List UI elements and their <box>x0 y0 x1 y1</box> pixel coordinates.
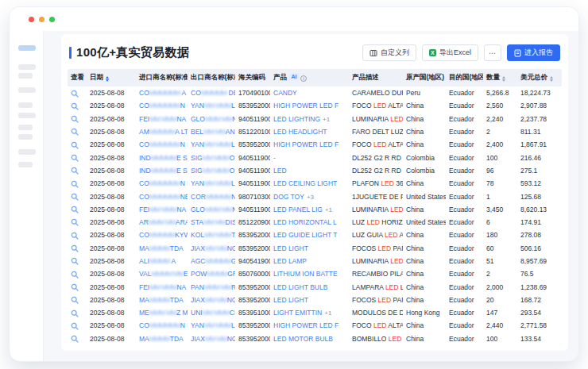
minimize-button[interactable] <box>39 17 44 22</box>
cell-exp[interactable]: YANMM MMML LI... <box>188 99 235 112</box>
exporter-link[interactable]: BELMM MMAND... <box>191 128 235 136</box>
cell-imp[interactable]: MEMMM MMZ M... <box>136 306 188 319</box>
product-more-badge[interactable]: +3 <box>307 194 314 201</box>
sort-icon[interactable] <box>502 76 505 82</box>
magnifier-icon[interactable] <box>71 167 79 175</box>
cell-exp[interactable]: BELMM MMAND... <box>188 125 235 138</box>
sidebar-item-placeholder[interactable] <box>18 87 36 93</box>
magnifier-icon[interactable] <box>71 89 79 97</box>
cell-product[interactable]: - <box>270 151 349 163</box>
magnifier-icon[interactable] <box>71 334 79 342</box>
sidebar-item-placeholder[interactable] <box>18 64 36 70</box>
importer-link[interactable]: COMMMMMKYWI... <box>139 231 188 239</box>
exporter-link[interactable]: YANMM MMML LI... <box>191 179 235 187</box>
product-link[interactable]: LED LIGHT <box>273 244 308 252</box>
cell-exp[interactable]: SIGMM MMMOMB... <box>188 151 235 163</box>
cell-view[interactable] <box>68 151 87 163</box>
cell-exp[interactable]: JIAXMM MMNGT... <box>188 294 235 306</box>
cell-imp[interactable]: COMMMMMKYWI... <box>136 229 188 241</box>
exporter-link[interactable]: YANMM MMML LI... <box>191 321 235 329</box>
cell-product[interactable]: LED PANEL LIG+1 <box>270 203 349 216</box>
cell-imp[interactable]: COMMMMMM A <box>136 86 188 99</box>
cell-imp[interactable]: AMMMMMMA LTDA <box>136 125 188 138</box>
product-link[interactable]: LED LIGHT <box>273 296 308 304</box>
magnifier-icon[interactable] <box>71 128 79 136</box>
cell-exp[interactable]: YANMM MMML LI... <box>188 319 235 332</box>
exporter-link[interactable]: SIGMM MMMOMB... <box>191 154 235 162</box>
magnifier-icon[interactable] <box>71 231 79 239</box>
magnifier-icon[interactable] <box>71 140 79 148</box>
magnifier-icon[interactable] <box>71 218 79 226</box>
column-header-qty[interactable]: 数量 <box>483 69 517 86</box>
magnifier-icon[interactable] <box>71 270 79 278</box>
product-more-badge[interactable]: +1 <box>324 309 331 317</box>
exporter-link[interactable]: JIAXMM MMNGT... <box>191 335 235 343</box>
product-link[interactable]: HIGH POWER LED F <box>273 140 338 148</box>
cell-imp[interactable]: COMMMMMMN E... <box>136 319 188 332</box>
cell-view[interactable] <box>68 332 87 345</box>
cell-imp[interactable]: COMMMMMMNES... <box>136 190 188 202</box>
customize-columns-button[interactable]: 自定义列 <box>362 44 416 61</box>
cell-view[interactable] <box>68 229 87 241</box>
product-link[interactable]: LED <box>273 167 287 175</box>
product-link[interactable]: LIGHT EMITTIN <box>273 309 322 317</box>
cell-imp[interactable]: VALMMMM MMEDR... <box>136 267 188 280</box>
cell-view[interactable] <box>68 306 87 319</box>
product-more-badge[interactable]: +1 <box>323 116 330 123</box>
cell-view[interactable] <box>68 203 87 216</box>
cell-exp[interactable]: JIAXMM MMNGT... <box>188 332 235 345</box>
exporter-link[interactable]: KOLMM MMMTS <box>191 231 235 239</box>
cell-view[interactable] <box>68 216 87 229</box>
cell-imp[interactable]: FEIMM MMMNA ... <box>136 113 188 125</box>
cell-product[interactable]: DOG TOY+3 <box>270 190 349 202</box>
product-link[interactable]: LITHIUM ION BATTE <box>273 270 338 278</box>
magnifier-icon[interactable] <box>71 205 79 213</box>
cell-product[interactable]: LED <box>270 164 349 177</box>
cell-product[interactable]: LITHIUM ION BATTE <box>270 267 349 280</box>
cell-view[interactable] <box>68 125 87 138</box>
product-more-badge[interactable]: +1 <box>325 206 332 213</box>
sidebar-item-placeholder[interactable] <box>18 125 33 130</box>
column-header-imp[interactable]: 进口商名称(标准) <box>136 69 188 86</box>
cell-view[interactable] <box>68 99 87 112</box>
cell-view[interactable] <box>68 138 87 151</box>
cell-view[interactable] <box>68 113 87 125</box>
cell-product[interactable]: CANDY <box>270 86 349 99</box>
exporter-link[interactable]: CORMMMMMNES... <box>191 193 235 201</box>
export-excel-button[interactable]: X 导出Excel <box>422 44 478 61</box>
cell-view[interactable] <box>68 267 87 280</box>
exporter-link[interactable]: PANMMM MMRIC... <box>191 283 235 291</box>
cell-imp[interactable]: ALIMMMM A <box>136 255 188 267</box>
magnifier-icon[interactable] <box>71 153 79 161</box>
exporter-link[interactable]: JIAXMM MMNGT... <box>191 296 235 304</box>
cell-imp[interactable]: INDMMMMME SIS... <box>136 151 188 163</box>
cell-exp[interactable]: CORMMMMMNES... <box>188 190 235 202</box>
column-header-price[interactable]: 美元总价 <box>517 69 562 86</box>
importer-link[interactable]: FEIMM MMMNA ... <box>139 115 188 123</box>
cell-exp[interactable]: YANMM MMML LI... <box>188 177 235 190</box>
cell-product[interactable]: LED GUIDE LIGHT T <box>270 229 349 241</box>
sort-icon[interactable] <box>550 76 553 82</box>
cell-product[interactable]: LIGHT EMITTIN+1 <box>270 306 349 319</box>
cell-exp[interactable]: SIGMM MMMOMB... <box>188 164 235 177</box>
exporter-link[interactable]: YANMM MMML LI... <box>191 102 235 110</box>
product-link[interactable]: LED LIGHTING <box>273 115 320 123</box>
cell-imp[interactable]: INDMMMMME SIS... <box>136 164 188 177</box>
cell-imp[interactable]: FEIMM MMMNA ... <box>136 203 188 216</box>
importer-link[interactable]: FEIMM MMMNA ... <box>139 206 188 213</box>
cell-imp[interactable]: COMMMMMMN E... <box>136 138 188 151</box>
cell-view[interactable] <box>68 177 87 190</box>
cell-product[interactable]: HIGH POWER LED F <box>270 99 349 112</box>
cell-product[interactable]: LED MOTOR BULB <box>270 332 349 345</box>
importer-link[interactable]: ALIMMMM A <box>139 257 176 265</box>
cell-imp[interactable]: COMMMMMMN E... <box>136 177 188 190</box>
product-link[interactable]: DOG TOY <box>273 193 304 201</box>
export-more-button[interactable]: ⋯ <box>484 44 501 61</box>
exporter-link[interactable]: JIAXMM MMNGT... <box>191 244 235 252</box>
product-link[interactable]: LED LAMP <box>273 257 307 265</box>
cell-imp[interactable]: COMMMMMMN E... <box>136 99 188 112</box>
sidebar-item-placeholder[interactable] <box>18 73 33 79</box>
magnifier-icon[interactable] <box>71 244 79 252</box>
cell-product[interactable]: LED CEILING LIGHT <box>270 177 349 190</box>
importer-link[interactable]: MAMMMMTDA <box>139 335 184 343</box>
